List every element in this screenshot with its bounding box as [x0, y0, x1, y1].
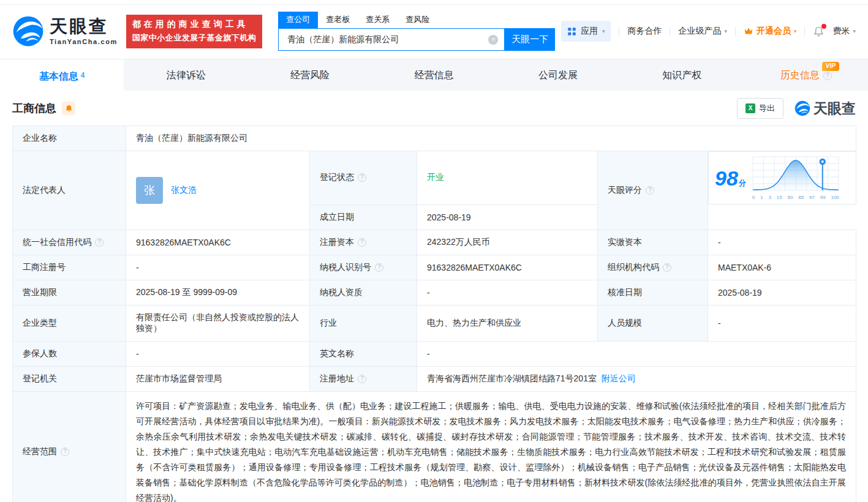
main-tabbar: 基本信息4 法律诉讼 经营风险 经营信息 公司发展 知识产权 历史信息? VIP: [0, 59, 868, 91]
bell-icon: [65, 105, 73, 113]
app-grid-icon: [567, 27, 576, 36]
distribution-area: [753, 160, 839, 190]
crown-icon: [744, 27, 753, 36]
reg-capital-value: 242322万人民币: [417, 230, 598, 255]
avatar[interactable]: 张: [136, 177, 163, 204]
score-number: 98分: [715, 168, 746, 189]
score-tick-label: 50: [787, 195, 793, 200]
staff-size-value: -: [708, 305, 856, 341]
search-button[interactable]: 天眼一下: [505, 28, 555, 51]
logo-subtitle: TianYanCha.com: [50, 38, 118, 45]
table-row: 登记机关 茫崖市市场监督管理局 注册地址? 青海省海西州茫崖市冷湖镇团结路71号…: [13, 366, 856, 391]
subscribe-bell-button[interactable]: [62, 102, 75, 115]
english-name-value: -: [417, 341, 856, 366]
search-tab-boss[interactable]: 查老板: [318, 12, 358, 28]
nav-vip-upgrade[interactable]: 开通会员 ▾: [744, 26, 797, 37]
field-label: 行业: [310, 305, 417, 341]
nav-enterprise[interactable]: 企业级产品 ▾: [678, 26, 727, 37]
table-row: 企业类型 有限责任公司（非自然人投资或控股的法人独资） 行业 电力、热力生产和供…: [13, 305, 856, 341]
chevron-down-icon: ▾: [724, 28, 727, 34]
field-label: 人员规模: [598, 305, 708, 341]
section-actions: X 导出 天眼查: [737, 98, 856, 119]
field-label: 经营范围?: [13, 391, 126, 502]
tab-label: 历史信息: [780, 70, 820, 80]
tab-operation-info[interactable]: 经营信息: [372, 59, 496, 91]
brand-text: 天眼查: [813, 99, 856, 118]
reg-authority-value: 茫崖市市场监督管理局: [126, 366, 310, 391]
taxpayer-quality-value: -: [417, 280, 598, 305]
tab-count: 4: [81, 71, 85, 80]
tab-history-info[interactable]: 历史信息? VIP: [744, 59, 868, 91]
insured-count-value: -: [126, 341, 310, 366]
clear-icon[interactable]: ×: [488, 35, 498, 45]
field-label: 参保人数: [13, 341, 126, 366]
chevron-down-icon: ▾: [853, 28, 856, 34]
nav-divider: [735, 27, 736, 36]
nav-divider: [670, 27, 670, 36]
apps-menu[interactable]: 应用 ▾: [561, 21, 611, 42]
search-input[interactable]: [286, 34, 488, 45]
nearby-companies-link[interactable]: 附近公司: [602, 373, 636, 383]
notifications-button[interactable]: [813, 26, 825, 37]
field-label: 天眼评分?: [598, 151, 708, 230]
field-label: 登记机关: [13, 366, 126, 391]
field-label: 企业类型: [13, 305, 126, 341]
help-icon[interactable]: ?: [358, 375, 366, 383]
export-button[interactable]: X 导出: [737, 98, 783, 119]
tianyancha-logo-icon: [12, 15, 44, 47]
search-box: × 天眼一下: [278, 28, 555, 51]
legal-rep-link[interactable]: 张文浩: [171, 185, 197, 196]
user-menu[interactable]: 费米 ▾: [832, 26, 856, 37]
field-label: 组织机构代码?: [598, 255, 708, 280]
field-label: 登记状态?: [310, 151, 417, 205]
vip-badge: VIP: [822, 62, 839, 71]
nav-cooperation[interactable]: 商务合作: [627, 26, 662, 37]
business-scope-value: 许可项目：矿产资源勘查；发电业务、输电业务、供（配）电业务；建设工程施工；供暖服…: [126, 391, 856, 502]
help-icon[interactable]: ?: [375, 263, 383, 272]
company-name-value: 青油（茫崖）新能源有限公司: [126, 126, 856, 151]
field-label: 企业名称: [13, 126, 126, 151]
score-tick-label: 99: [820, 195, 826, 200]
vip-label: 开通会员: [757, 26, 791, 37]
search-tab-company[interactable]: 查公司: [278, 12, 318, 28]
tab-basic-info[interactable]: 基本信息4: [0, 59, 124, 91]
score-cell: 98分: [708, 151, 856, 204]
tab-legal-litigation[interactable]: 法律诉讼: [124, 59, 247, 91]
help-icon[interactable]: ?: [358, 238, 366, 247]
score-chart: 0131550859799100: [752, 155, 839, 200]
header-nav: 应用 ▾ 商务合作 企业级产品 ▾ 开通会员 ▾ 费米 ▾: [561, 21, 856, 42]
tab-intellectual-property[interactable]: 知识产权: [620, 59, 744, 91]
help-icon[interactable]: ?: [61, 448, 69, 456]
industry-value: 电力、热力生产和供应业: [417, 305, 598, 341]
header: 天眼查 TianYanCha.com 都在用的商业查询工具 国家中小企业发展子基…: [0, 5, 868, 58]
section-title-wrap: 工商信息: [12, 101, 75, 116]
help-icon[interactable]: ?: [646, 186, 654, 195]
org-code-value: MAETX0AK-6: [708, 255, 856, 280]
tab-company-development[interactable]: 公司发展: [496, 59, 620, 91]
business-info-table: 企业名称 青油（茫崖）新能源有限公司 法定代表人 张 张文浩 登记状态? 开业 …: [12, 126, 856, 502]
promo-banner: 都在用的商业查询工具 国家中小企业发展子基金旗下机构: [126, 15, 263, 48]
establish-date-value: 2025-08-19: [417, 204, 598, 230]
help-icon[interactable]: ?: [823, 72, 832, 80]
table-row: 参保人数 - 英文名称 -: [13, 341, 856, 366]
help-icon[interactable]: ?: [95, 238, 104, 247]
tianyancha-logo[interactable]: 天眼查 TianYanCha.com: [12, 15, 118, 47]
nav-divider: [619, 27, 619, 36]
field-label: 营业期限: [13, 280, 126, 305]
tianyancha-logo-icon: [794, 100, 810, 116]
score-tick-label: 97: [809, 195, 815, 200]
field-label: 纳税人资质: [310, 280, 417, 305]
search-tab-relation[interactable]: 查关系: [358, 12, 398, 28]
tab-operation-risk[interactable]: 经营风险: [248, 59, 372, 91]
search-area: 查公司 查老板 查关系 查风险 × 天眼一下: [278, 12, 555, 51]
search-tab-risk[interactable]: 查风险: [398, 12, 437, 28]
score-distribution-chart: [752, 155, 839, 192]
field-label: 核准日期: [598, 280, 708, 305]
help-icon[interactable]: ?: [663, 263, 671, 272]
chevron-down-icon: ▾: [794, 28, 797, 34]
help-icon[interactable]: ?: [358, 173, 366, 182]
table-row: 工商注册号 - 纳税人识别号? 91632826MAETX0AK6C 组织机构代…: [13, 255, 856, 280]
paid-capital-value: -: [708, 230, 856, 255]
score-tick-label: 100: [831, 195, 839, 200]
credit-code-value: 91632826MAETX0AK6C: [126, 230, 310, 255]
